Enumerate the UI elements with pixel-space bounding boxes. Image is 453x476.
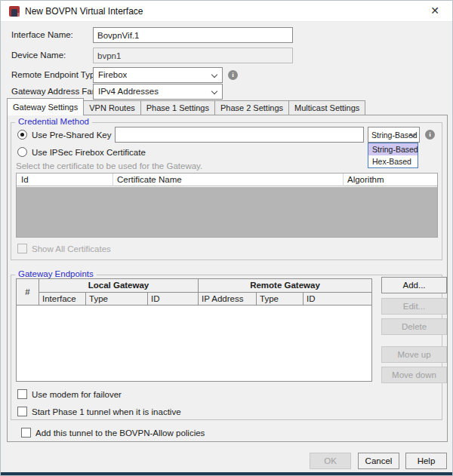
col-group-local-gateway: Local Gateway [39, 279, 198, 293]
use-pre-shared-key-label: Use Pre-Shared Key [32, 131, 111, 140]
dropdown-option-string-based[interactable]: String-Based [368, 143, 418, 155]
edit-button: Edit... [381, 298, 447, 315]
tab-multicast-settings[interactable]: Multicast Settings [288, 100, 365, 115]
info-icon[interactable] [228, 70, 238, 80]
col-algorithm: Algorithm [347, 175, 384, 184]
key-type-dropdown-list: String-Based Hex-Based [368, 143, 418, 168]
col-id: Id [21, 175, 29, 184]
col-remote-type: Type [256, 293, 303, 305]
remote-endpoint-type-select[interactable]: Firebox [93, 67, 223, 83]
col-remote-ip-address: IP Address [198, 293, 256, 305]
move-up-button: Move up [381, 346, 447, 363]
interface-name-label: Interface Name: [11, 30, 73, 39]
add-to-bovpn-allow-label: Add this tunnel to the BOVPN-Allow polic… [35, 428, 205, 438]
window-bottom-edge [1, 472, 452, 476]
tab-phase-1-settings[interactable]: Phase 1 Settings [140, 100, 215, 115]
tab-phase-2-settings[interactable]: Phase 2 Settings [214, 100, 289, 115]
dropdown-option-hex-based[interactable]: Hex-Based [368, 155, 418, 167]
remote-endpoint-type-value: Firebox [98, 70, 127, 79]
chevron-down-icon [211, 88, 217, 94]
use-ipsec-certificate-label: Use IPSec Firebox Certificate [32, 148, 146, 157]
gateway-address-family-select[interactable]: IPv4 Addresses [93, 84, 223, 100]
col-group-remote-gateway: Remote Gateway [198, 279, 371, 293]
tab-bar: Gateway Settings VPN Routes Phase 1 Sett… [7, 98, 365, 115]
gateway-address-family-value: IPv4 Addresses [98, 87, 159, 96]
title-bar: New BOVPN Virtual Interface ✕ [1, 1, 452, 22]
col-local-type: Type [85, 293, 147, 305]
use-ipsec-certificate-radio[interactable] [17, 147, 27, 157]
certificate-hint: Select the certificate to be used for th… [16, 161, 202, 170]
credential-method-title: Credential Method [15, 117, 92, 126]
delete-button: Delete [381, 318, 447, 335]
new-bovpn-dialog: New BOVPN Virtual Interface ✕ Interface … [0, 0, 453, 476]
close-icon[interactable]: ✕ [428, 5, 442, 17]
add-button[interactable]: Add... [381, 277, 447, 293]
remote-endpoint-type-label: Remote Endpoint Type: [11, 70, 102, 79]
chevron-down-icon [211, 72, 217, 78]
use-modem-failover-checkbox[interactable] [17, 389, 27, 399]
move-down-button: Move down [381, 367, 447, 383]
cancel-button[interactable]: Cancel [358, 453, 399, 469]
gateway-endpoints-table: # Local Gateway Remote Gateway Interface… [16, 278, 372, 382]
certificate-table: Id Certificate Name Algorithm [16, 173, 438, 238]
add-to-bovpn-allow-checkbox[interactable] [21, 428, 31, 438]
tab-vpn-routes[interactable]: VPN Routes [83, 100, 141, 115]
key-type-select[interactable]: String-Based [368, 127, 420, 143]
col-local-interface: Interface [39, 293, 85, 305]
show-all-certificates-checkbox [17, 244, 27, 253]
col-local-id: ID [147, 293, 198, 305]
app-icon [9, 6, 20, 17]
interface-name-input[interactable] [93, 27, 293, 43]
start-phase1-tunnel-checkbox[interactable] [17, 407, 27, 416]
col-remote-id: ID [303, 293, 371, 305]
info-icon[interactable] [425, 130, 435, 140]
col-certificate-name: Certificate Name [117, 175, 182, 184]
tab-gateway-settings[interactable]: Gateway Settings [7, 98, 84, 115]
use-pre-shared-key-radio[interactable] [17, 130, 27, 140]
pre-shared-key-input[interactable] [115, 127, 364, 143]
col-row-number: # [17, 279, 39, 305]
help-button[interactable]: Help [405, 453, 447, 469]
certificate-table-body [17, 187, 437, 237]
start-phase1-tunnel-label: Start Phase 1 tunnel when it is inactive [32, 407, 181, 416]
window-title: New BOVPN Virtual Interface [25, 6, 143, 17]
use-modem-failover-label: Use modem for failover [32, 390, 122, 399]
certificate-table-header: Id Certificate Name Algorithm [17, 174, 437, 186]
device-name-label: Device Name: [11, 51, 66, 60]
gateway-endpoints-title: Gateway Endpoints [15, 269, 97, 278]
device-name-input [93, 48, 293, 63]
gateway-endpoints-table-header: # Local Gateway Remote Gateway Interface… [17, 279, 371, 306]
ok-button: OK [310, 453, 351, 469]
show-all-certificates-label: Show All Certificates [32, 244, 111, 253]
